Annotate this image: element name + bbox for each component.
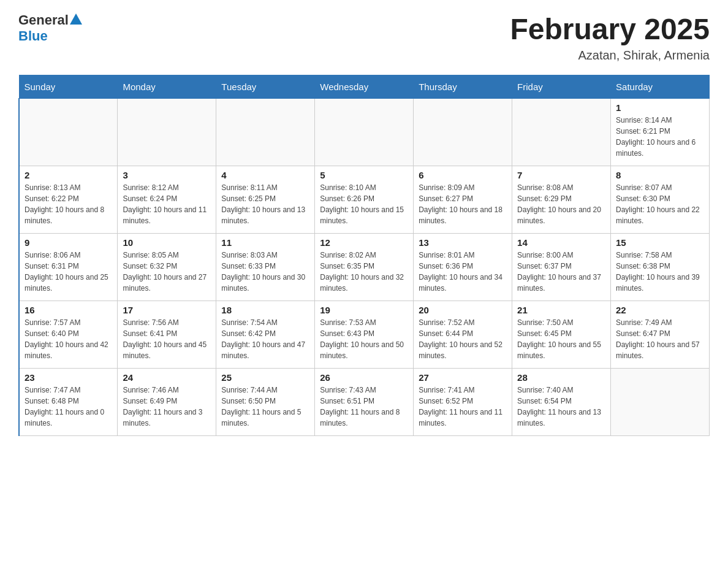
day-number: 19 [320, 305, 408, 315]
day-number: 15 [616, 237, 704, 248]
day-info: Sunrise: 7:41 AMSunset: 6:52 PMDaylight:… [419, 385, 507, 429]
day-info: Sunrise: 7:53 AMSunset: 6:43 PMDaylight:… [320, 317, 408, 361]
day-info: Sunrise: 8:12 AMSunset: 6:24 PMDaylight:… [123, 182, 211, 226]
calendar-cell: 13Sunrise: 8:01 AMSunset: 6:36 PMDayligh… [414, 234, 512, 301]
day-info: Sunrise: 7:50 AMSunset: 6:45 PMDaylight:… [517, 317, 605, 361]
day-number: 26 [320, 372, 408, 383]
calendar-cell: 7Sunrise: 8:08 AMSunset: 6:29 PMDaylight… [512, 166, 611, 234]
calendar-cell: 16Sunrise: 7:57 AMSunset: 6:40 PMDayligh… [19, 301, 118, 369]
calendar-week-row: 16Sunrise: 7:57 AMSunset: 6:40 PMDayligh… [19, 301, 710, 369]
calendar-cell: 9Sunrise: 8:06 AMSunset: 6:31 PMDaylight… [19, 234, 118, 301]
weekday-header-sunday: Sunday [19, 75, 118, 99]
calendar-cell: 4Sunrise: 8:11 AMSunset: 6:25 PMDaylight… [216, 166, 315, 234]
calendar-cell [414, 99, 512, 166]
calendar-cell [611, 369, 710, 436]
svg-marker-0 [70, 13, 82, 25]
day-number: 18 [221, 305, 309, 315]
day-number: 5 [320, 170, 408, 180]
logo: General Blue [18, 12, 82, 44]
month-title: February 2025 [510, 12, 710, 46]
calendar-cell: 1Sunrise: 8:14 AMSunset: 6:21 PMDaylight… [611, 99, 710, 166]
day-info: Sunrise: 7:58 AMSunset: 6:38 PMDaylight:… [616, 250, 704, 294]
day-number: 9 [25, 237, 112, 248]
day-info: Sunrise: 8:14 AMSunset: 6:21 PMDaylight:… [616, 115, 704, 159]
day-info: Sunrise: 8:03 AMSunset: 6:33 PMDaylight:… [221, 250, 309, 294]
day-number: 20 [419, 305, 507, 315]
location-title: Azatan, Shirak, Armenia [510, 48, 710, 63]
day-info: Sunrise: 8:08 AMSunset: 6:29 PMDaylight:… [517, 182, 605, 226]
day-number: 24 [123, 372, 211, 383]
page-header: General Blue February 2025 Azatan, Shira… [18, 12, 710, 63]
calendar-cell: 26Sunrise: 7:43 AMSunset: 6:51 PMDayligh… [315, 369, 414, 436]
day-number: 17 [123, 305, 211, 315]
day-number: 28 [517, 372, 605, 383]
calendar-cell: 2Sunrise: 8:13 AMSunset: 6:22 PMDaylight… [19, 166, 118, 234]
day-number: 4 [221, 170, 309, 180]
calendar-cell [512, 99, 611, 166]
calendar-cell [19, 99, 118, 166]
calendar-cell: 20Sunrise: 7:52 AMSunset: 6:44 PMDayligh… [414, 301, 512, 369]
calendar-cell [216, 99, 315, 166]
calendar-cell: 11Sunrise: 8:03 AMSunset: 6:33 PMDayligh… [216, 234, 315, 301]
day-info: Sunrise: 8:11 AMSunset: 6:25 PMDaylight:… [221, 182, 309, 226]
calendar-cell [118, 99, 216, 166]
day-number: 1 [616, 102, 704, 113]
day-number: 8 [616, 170, 704, 180]
weekday-header-saturday: Saturday [611, 75, 710, 99]
day-number: 21 [517, 305, 605, 315]
calendar-cell: 19Sunrise: 7:53 AMSunset: 6:43 PMDayligh… [315, 301, 414, 369]
day-number: 3 [123, 170, 211, 180]
day-info: Sunrise: 7:57 AMSunset: 6:40 PMDaylight:… [25, 317, 112, 361]
calendar-week-row: 1Sunrise: 8:14 AMSunset: 6:21 PMDaylight… [19, 99, 710, 166]
weekday-header-thursday: Thursday [414, 75, 512, 99]
day-info: Sunrise: 7:54 AMSunset: 6:42 PMDaylight:… [221, 317, 309, 361]
calendar-cell: 23Sunrise: 7:47 AMSunset: 6:48 PMDayligh… [19, 369, 118, 436]
day-number: 27 [419, 372, 507, 383]
calendar-cell: 22Sunrise: 7:49 AMSunset: 6:47 PMDayligh… [611, 301, 710, 369]
calendar-cell: 8Sunrise: 8:07 AMSunset: 6:30 PMDaylight… [611, 166, 710, 234]
day-info: Sunrise: 7:40 AMSunset: 6:54 PMDaylight:… [517, 385, 605, 429]
day-number: 16 [25, 305, 112, 315]
day-info: Sunrise: 8:00 AMSunset: 6:37 PMDaylight:… [517, 250, 605, 294]
calendar-cell: 15Sunrise: 7:58 AMSunset: 6:38 PMDayligh… [611, 234, 710, 301]
day-number: 22 [616, 305, 704, 315]
calendar-cell: 17Sunrise: 7:56 AMSunset: 6:41 PMDayligh… [118, 301, 216, 369]
day-info: Sunrise: 8:06 AMSunset: 6:31 PMDaylight:… [25, 250, 112, 294]
calendar-cell: 25Sunrise: 7:44 AMSunset: 6:50 PMDayligh… [216, 369, 315, 436]
weekday-header-wednesday: Wednesday [315, 75, 414, 99]
day-info: Sunrise: 8:13 AMSunset: 6:22 PMDaylight:… [25, 182, 112, 226]
day-number: 12 [320, 237, 408, 248]
calendar-cell: 24Sunrise: 7:46 AMSunset: 6:49 PMDayligh… [118, 369, 216, 436]
day-number: 2 [25, 170, 112, 180]
calendar-cell: 18Sunrise: 7:54 AMSunset: 6:42 PMDayligh… [216, 301, 315, 369]
calendar-cell: 3Sunrise: 8:12 AMSunset: 6:24 PMDaylight… [118, 166, 216, 234]
calendar-cell: 21Sunrise: 7:50 AMSunset: 6:45 PMDayligh… [512, 301, 611, 369]
day-info: Sunrise: 7:46 AMSunset: 6:49 PMDaylight:… [123, 385, 211, 429]
calendar-header-row: SundayMondayTuesdayWednesdayThursdayFrid… [19, 75, 710, 99]
day-number: 23 [25, 372, 112, 383]
logo-general: General [18, 12, 69, 28]
calendar-cell: 6Sunrise: 8:09 AMSunset: 6:27 PMDaylight… [414, 166, 512, 234]
calendar-cell: 27Sunrise: 7:41 AMSunset: 6:52 PMDayligh… [414, 369, 512, 436]
calendar-cell: 28Sunrise: 7:40 AMSunset: 6:54 PMDayligh… [512, 369, 611, 436]
day-info: Sunrise: 8:07 AMSunset: 6:30 PMDaylight:… [616, 182, 704, 226]
calendar-week-row: 9Sunrise: 8:06 AMSunset: 6:31 PMDaylight… [19, 234, 710, 301]
day-info: Sunrise: 7:52 AMSunset: 6:44 PMDaylight:… [419, 317, 507, 361]
day-number: 13 [419, 237, 507, 248]
calendar-cell: 5Sunrise: 8:10 AMSunset: 6:26 PMDaylight… [315, 166, 414, 234]
calendar-cell: 10Sunrise: 8:05 AMSunset: 6:32 PMDayligh… [118, 234, 216, 301]
day-number: 10 [123, 237, 211, 248]
calendar-cell: 14Sunrise: 8:00 AMSunset: 6:37 PMDayligh… [512, 234, 611, 301]
calendar-week-row: 2Sunrise: 8:13 AMSunset: 6:22 PMDaylight… [19, 166, 710, 234]
day-number: 14 [517, 237, 605, 248]
weekday-header-tuesday: Tuesday [216, 75, 315, 99]
logo-blue: Blue [18, 28, 48, 44]
day-info: Sunrise: 8:05 AMSunset: 6:32 PMDaylight:… [123, 250, 211, 294]
day-info: Sunrise: 8:02 AMSunset: 6:35 PMDaylight:… [320, 250, 408, 294]
day-number: 11 [221, 237, 309, 248]
day-info: Sunrise: 8:09 AMSunset: 6:27 PMDaylight:… [419, 182, 507, 226]
calendar-cell [315, 99, 414, 166]
calendar-cell: 12Sunrise: 8:02 AMSunset: 6:35 PMDayligh… [315, 234, 414, 301]
day-info: Sunrise: 7:43 AMSunset: 6:51 PMDaylight:… [320, 385, 408, 429]
day-number: 25 [221, 372, 309, 383]
